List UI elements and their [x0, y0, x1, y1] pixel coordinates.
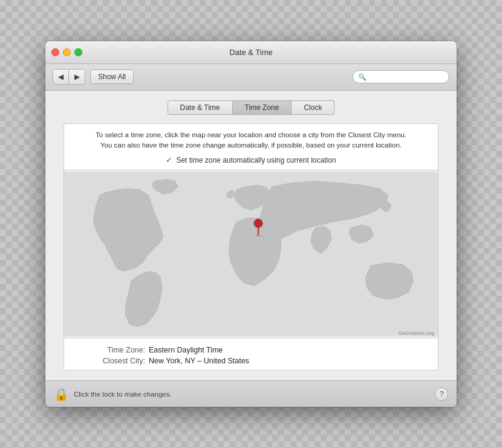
closest-city-value: New York, NY – United States [149, 357, 249, 365]
tab-date-time[interactable]: Date & Time [168, 100, 233, 115]
auto-timezone-label[interactable]: Set time zone automatically using curren… [176, 156, 336, 164]
bottom-bar: 🔒 Click the lock to make changes. ? [45, 380, 457, 407]
titlebar: Date & Time [45, 41, 457, 64]
toolbar: ◀ ▶ Show All 🔍 [45, 64, 457, 91]
show-all-button[interactable]: Show All [90, 70, 134, 84]
preferences-window: Date & Time ◀ ▶ Show All 🔍 Date & Time T… [45, 41, 457, 407]
nav-buttons: ◀ ▶ [53, 69, 85, 85]
minimize-button[interactable] [63, 48, 71, 56]
maximize-button[interactable] [74, 48, 82, 56]
lock-icon[interactable]: 🔒 [54, 387, 69, 401]
help-button[interactable]: ? [435, 388, 448, 401]
forward-button[interactable]: ▶ [69, 70, 85, 84]
lock-text: Click the lock to make changes. [74, 391, 172, 398]
instruction-text: To select a time zone, click the map nea… [64, 124, 438, 156]
tab-bar: Date & Time Time Zone Clock [57, 100, 445, 115]
tab-time-zone[interactable]: Time Zone [233, 100, 292, 115]
geonames-credit: Geonames.org [398, 330, 434, 336]
closest-city-row: Closest City: New York, NY – United Stat… [82, 357, 420, 365]
window-title: Date & Time [229, 48, 273, 57]
check-icon: ✓ [166, 155, 172, 164]
closest-city-label: Closest City: [82, 357, 149, 365]
map-container: To select a time zone, click the map nea… [64, 123, 438, 371]
time-zone-row: Time Zone: Eastern Daylight Time [82, 346, 420, 354]
info-section: Time Zone: Eastern Daylight Time Closest… [64, 339, 438, 370]
content-area: Date & Time Time Zone Clock To select a … [45, 91, 457, 381]
traffic-lights [51, 48, 82, 56]
back-button[interactable]: ◀ [53, 70, 69, 84]
pin-head [254, 219, 262, 227]
search-box[interactable]: 🔍 [353, 70, 449, 83]
location-pin [254, 219, 262, 236]
tab-clock[interactable]: Clock [292, 100, 334, 115]
close-button[interactable] [51, 48, 59, 56]
time-zone-label: Time Zone: [82, 346, 149, 354]
search-icon: 🔍 [358, 73, 367, 81]
time-zone-value: Eastern Daylight Time [149, 346, 223, 354]
auto-timezone-row: ✓ Set time zone automatically using curr… [64, 155, 438, 164]
world-map[interactable]: Geonames.org [64, 169, 438, 339]
pin-stem [258, 227, 259, 235]
pin-shadow [256, 235, 261, 236]
